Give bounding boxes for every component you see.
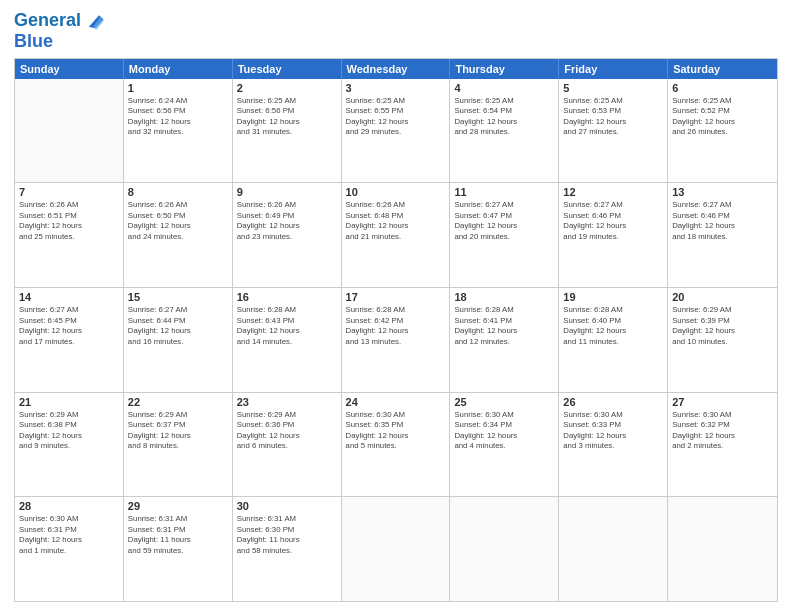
day-info: Sunrise: 6:28 AM Sunset: 6:43 PM Dayligh… [237, 305, 337, 347]
day-number: 25 [454, 396, 554, 408]
day-info: Sunrise: 6:25 AM Sunset: 6:52 PM Dayligh… [672, 96, 773, 138]
calendar-day-18: 18Sunrise: 6:28 AM Sunset: 6:41 PM Dayli… [450, 288, 559, 392]
calendar-day-4: 4Sunrise: 6:25 AM Sunset: 6:54 PM Daylig… [450, 79, 559, 183]
calendar-day-11: 11Sunrise: 6:27 AM Sunset: 6:47 PM Dayli… [450, 183, 559, 287]
day-info: Sunrise: 6:30 AM Sunset: 6:32 PM Dayligh… [672, 410, 773, 452]
calendar-row-5: 28Sunrise: 6:30 AM Sunset: 6:31 PM Dayli… [15, 497, 777, 601]
day-number: 16 [237, 291, 337, 303]
day-number: 12 [563, 186, 663, 198]
calendar-day-17: 17Sunrise: 6:28 AM Sunset: 6:42 PM Dayli… [342, 288, 451, 392]
day-info: Sunrise: 6:30 AM Sunset: 6:35 PM Dayligh… [346, 410, 446, 452]
weekday-header-monday: Monday [124, 59, 233, 79]
header: General Blue [14, 10, 778, 52]
day-number: 26 [563, 396, 663, 408]
day-number: 4 [454, 82, 554, 94]
weekday-header-friday: Friday [559, 59, 668, 79]
calendar-day-22: 22Sunrise: 6:29 AM Sunset: 6:37 PM Dayli… [124, 393, 233, 497]
weekday-header-thursday: Thursday [450, 59, 559, 79]
calendar-day-21: 21Sunrise: 6:29 AM Sunset: 6:38 PM Dayli… [15, 393, 124, 497]
day-number: 5 [563, 82, 663, 94]
calendar-cell-empty [15, 79, 124, 183]
day-number: 17 [346, 291, 446, 303]
calendar-day-5: 5Sunrise: 6:25 AM Sunset: 6:53 PM Daylig… [559, 79, 668, 183]
day-number: 30 [237, 500, 337, 512]
day-info: Sunrise: 6:29 AM Sunset: 6:39 PM Dayligh… [672, 305, 773, 347]
day-info: Sunrise: 6:27 AM Sunset: 6:46 PM Dayligh… [672, 200, 773, 242]
day-number: 10 [346, 186, 446, 198]
day-info: Sunrise: 6:29 AM Sunset: 6:37 PM Dayligh… [128, 410, 228, 452]
calendar-day-10: 10Sunrise: 6:26 AM Sunset: 6:48 PM Dayli… [342, 183, 451, 287]
day-number: 28 [19, 500, 119, 512]
calendar-day-16: 16Sunrise: 6:28 AM Sunset: 6:43 PM Dayli… [233, 288, 342, 392]
day-info: Sunrise: 6:29 AM Sunset: 6:38 PM Dayligh… [19, 410, 119, 452]
day-info: Sunrise: 6:31 AM Sunset: 6:30 PM Dayligh… [237, 514, 337, 556]
logo: General Blue [14, 10, 105, 52]
weekday-header-wednesday: Wednesday [342, 59, 451, 79]
calendar-day-26: 26Sunrise: 6:30 AM Sunset: 6:33 PM Dayli… [559, 393, 668, 497]
day-info: Sunrise: 6:27 AM Sunset: 6:46 PM Dayligh… [563, 200, 663, 242]
day-info: Sunrise: 6:28 AM Sunset: 6:42 PM Dayligh… [346, 305, 446, 347]
day-number: 18 [454, 291, 554, 303]
day-number: 7 [19, 186, 119, 198]
day-number: 21 [19, 396, 119, 408]
day-info: Sunrise: 6:30 AM Sunset: 6:33 PM Dayligh… [563, 410, 663, 452]
calendar-day-30: 30Sunrise: 6:31 AM Sunset: 6:30 PM Dayli… [233, 497, 342, 601]
calendar-cell-empty [668, 497, 777, 601]
day-info: Sunrise: 6:25 AM Sunset: 6:53 PM Dayligh… [563, 96, 663, 138]
day-info: Sunrise: 6:30 AM Sunset: 6:31 PM Dayligh… [19, 514, 119, 556]
calendar-header: SundayMondayTuesdayWednesdayThursdayFrid… [15, 59, 777, 79]
day-number: 15 [128, 291, 228, 303]
day-number: 23 [237, 396, 337, 408]
day-info: Sunrise: 6:25 AM Sunset: 6:54 PM Dayligh… [454, 96, 554, 138]
logo-general: General [14, 11, 81, 31]
day-info: Sunrise: 6:26 AM Sunset: 6:50 PM Dayligh… [128, 200, 228, 242]
weekday-header-sunday: Sunday [15, 59, 124, 79]
calendar-day-27: 27Sunrise: 6:30 AM Sunset: 6:32 PM Dayli… [668, 393, 777, 497]
day-number: 6 [672, 82, 773, 94]
calendar-day-20: 20Sunrise: 6:29 AM Sunset: 6:39 PM Dayli… [668, 288, 777, 392]
day-number: 29 [128, 500, 228, 512]
weekday-header-saturday: Saturday [668, 59, 777, 79]
day-number: 19 [563, 291, 663, 303]
calendar-cell-empty [342, 497, 451, 601]
day-info: Sunrise: 6:30 AM Sunset: 6:34 PM Dayligh… [454, 410, 554, 452]
day-number: 27 [672, 396, 773, 408]
day-number: 13 [672, 186, 773, 198]
calendar-row-1: 1Sunrise: 6:24 AM Sunset: 6:56 PM Daylig… [15, 79, 777, 184]
day-number: 9 [237, 186, 337, 198]
logo-blue: Blue [14, 32, 53, 52]
calendar-day-24: 24Sunrise: 6:30 AM Sunset: 6:35 PM Dayli… [342, 393, 451, 497]
day-info: Sunrise: 6:28 AM Sunset: 6:41 PM Dayligh… [454, 305, 554, 347]
day-number: 1 [128, 82, 228, 94]
day-number: 22 [128, 396, 228, 408]
day-info: Sunrise: 6:31 AM Sunset: 6:31 PM Dayligh… [128, 514, 228, 556]
day-info: Sunrise: 6:29 AM Sunset: 6:36 PM Dayligh… [237, 410, 337, 452]
day-info: Sunrise: 6:26 AM Sunset: 6:48 PM Dayligh… [346, 200, 446, 242]
calendar-body: 1Sunrise: 6:24 AM Sunset: 6:56 PM Daylig… [15, 79, 777, 601]
calendar-day-15: 15Sunrise: 6:27 AM Sunset: 6:44 PM Dayli… [124, 288, 233, 392]
calendar-day-23: 23Sunrise: 6:29 AM Sunset: 6:36 PM Dayli… [233, 393, 342, 497]
day-info: Sunrise: 6:26 AM Sunset: 6:51 PM Dayligh… [19, 200, 119, 242]
calendar-day-1: 1Sunrise: 6:24 AM Sunset: 6:56 PM Daylig… [124, 79, 233, 183]
calendar-day-8: 8Sunrise: 6:26 AM Sunset: 6:50 PM Daylig… [124, 183, 233, 287]
day-number: 8 [128, 186, 228, 198]
day-info: Sunrise: 6:24 AM Sunset: 6:56 PM Dayligh… [128, 96, 228, 138]
day-info: Sunrise: 6:27 AM Sunset: 6:45 PM Dayligh… [19, 305, 119, 347]
calendar-day-28: 28Sunrise: 6:30 AM Sunset: 6:31 PM Dayli… [15, 497, 124, 601]
weekday-header-tuesday: Tuesday [233, 59, 342, 79]
day-info: Sunrise: 6:27 AM Sunset: 6:44 PM Dayligh… [128, 305, 228, 347]
day-info: Sunrise: 6:28 AM Sunset: 6:40 PM Dayligh… [563, 305, 663, 347]
calendar-day-6: 6Sunrise: 6:25 AM Sunset: 6:52 PM Daylig… [668, 79, 777, 183]
calendar-row-3: 14Sunrise: 6:27 AM Sunset: 6:45 PM Dayli… [15, 288, 777, 393]
calendar-row-4: 21Sunrise: 6:29 AM Sunset: 6:38 PM Dayli… [15, 393, 777, 498]
calendar-day-14: 14Sunrise: 6:27 AM Sunset: 6:45 PM Dayli… [15, 288, 124, 392]
day-number: 24 [346, 396, 446, 408]
calendar-day-7: 7Sunrise: 6:26 AM Sunset: 6:51 PM Daylig… [15, 183, 124, 287]
page: General Blue SundayMondayTuesdayWednesda… [0, 0, 792, 612]
calendar-cell-empty [559, 497, 668, 601]
day-number: 11 [454, 186, 554, 198]
day-number: 20 [672, 291, 773, 303]
day-number: 2 [237, 82, 337, 94]
calendar-day-29: 29Sunrise: 6:31 AM Sunset: 6:31 PM Dayli… [124, 497, 233, 601]
calendar-day-13: 13Sunrise: 6:27 AM Sunset: 6:46 PM Dayli… [668, 183, 777, 287]
